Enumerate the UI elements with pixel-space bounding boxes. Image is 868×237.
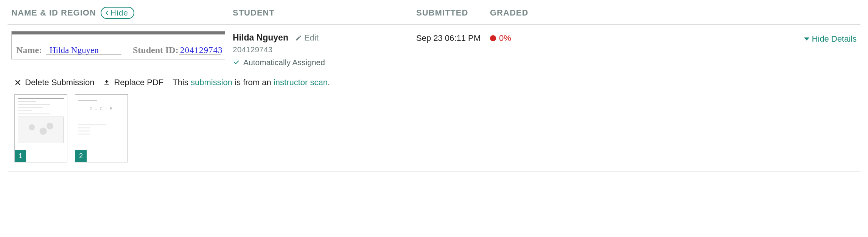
replace-pdf-button[interactable]: Replace PDF [103,78,163,87]
check-icon [233,59,240,65]
scan-top-bar [12,31,225,34]
col-header-student: STUDENT [233,8,416,18]
col-header-name-id-label: NAME & ID REGION [11,8,96,18]
toggle-cell: Hide Details [539,31,857,44]
submitted-cell: Sep 23 06:11 PM [416,31,490,43]
page-number-badge: 2 [75,150,87,162]
scan-name-underline [46,54,121,55]
scan-prefix: This [173,78,191,87]
status-dot-icon [490,35,496,41]
student-name-row: Hilda Nguyen Edit [233,33,416,43]
scan-source-text: This submission is from an instructor sc… [173,78,330,87]
graded-cell: 0% [490,31,539,43]
scan-name-label: Name: [16,45,42,55]
page-thumbnail-2[interactable]: D = C + B 2 [75,94,128,162]
scan-id-underline [179,54,221,55]
graded-percent: 0% [499,33,511,43]
scan-id-label: Student ID: [133,45,179,55]
upload-icon [103,79,110,86]
page-number-badge: 1 [15,150,26,162]
submission-row: Name: Hilda Nguyen Student ID: 204129743… [8,25,860,67]
pencil-icon [295,34,302,41]
chevron-left-icon [104,9,110,17]
caret-down-icon [804,37,809,41]
hide-details-label: Hide Details [812,34,857,44]
scan-suffix: . [328,78,330,87]
student-cell: Hilda Nguyen Edit 204129743 Automaticall… [233,31,416,67]
hide-region-button[interactable]: Hide [101,7,134,19]
instructor-scan-link[interactable]: instructor scan [274,78,328,87]
col-header-graded: GRADED [490,8,539,18]
name-id-region-cell: Name: Hilda Nguyen Student ID: 204129743 [11,31,233,59]
scan-mid: is from an [232,78,274,87]
col-header-submitted: SUBMITTED [416,8,490,18]
replace-pdf-label: Replace PDF [114,78,163,87]
student-name: Hilda Nguyen [233,33,288,43]
auto-assigned-row: Automatically Assigned [233,58,416,67]
table-header: NAME & ID REGION Hide STUDENT SUBMITTED … [8,4,860,25]
hide-region-label: Hide [110,8,128,17]
page-thumbnails-row: 1 D = C + B 2 [8,87,860,172]
page-thumbnail-1[interactable]: 1 [14,94,67,162]
student-id: 204129743 [233,45,416,54]
scan-region-preview[interactable]: Name: Hilda Nguyen Student ID: 204129743 [11,31,225,59]
submission-link[interactable]: submission [191,78,232,87]
x-icon [14,79,21,86]
actions-row: Delete Submission Replace PDF This submi… [8,67,860,87]
delete-submission-button[interactable]: Delete Submission [14,78,94,87]
edit-label: Edit [304,33,319,43]
hide-details-button[interactable]: Hide Details [804,34,857,44]
col-header-name-id: NAME & ID REGION Hide [11,7,233,19]
edit-student-button[interactable]: Edit [295,33,319,43]
auto-assigned-label: Automatically Assigned [243,58,325,67]
delete-submission-label: Delete Submission [25,78,94,87]
